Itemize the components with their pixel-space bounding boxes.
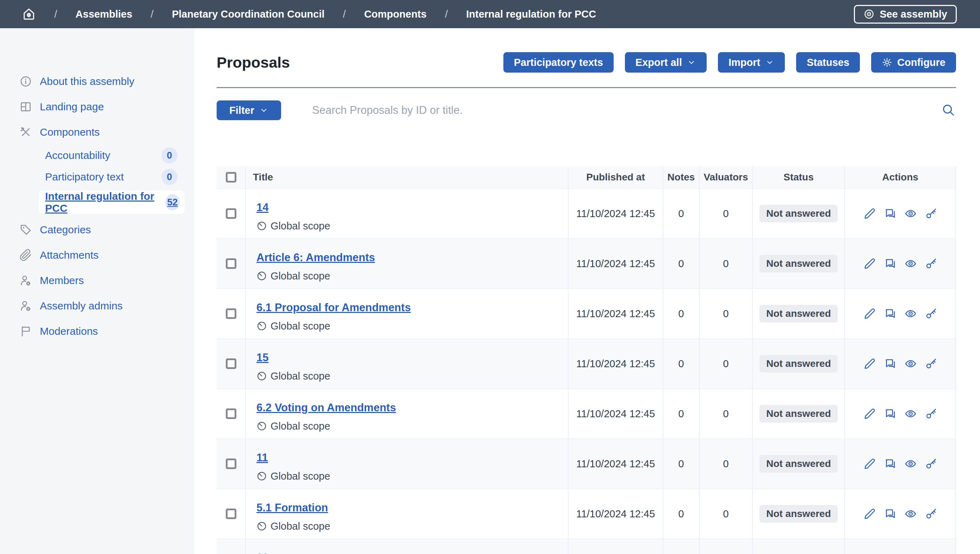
table-row: 5.1 Formation Global scope 11/10/2024 12…: [216, 489, 956, 538]
published-at-cell: 11/10/2024 12:45: [568, 389, 663, 438]
edit-icon[interactable]: [864, 258, 876, 270]
preview-icon[interactable]: [905, 208, 916, 220]
column-header-actions: Actions: [845, 166, 956, 188]
filter-button[interactable]: Filter: [216, 100, 281, 120]
permissions-icon[interactable]: [925, 258, 937, 270]
edit-icon[interactable]: [864, 458, 876, 470]
permissions-icon[interactable]: [925, 358, 937, 370]
proposal-title-link[interactable]: 5.1 Formation: [256, 501, 328, 515]
global-scope-icon: [256, 471, 267, 481]
status-badge: Not answered: [759, 405, 838, 423]
permissions-icon[interactable]: [925, 508, 937, 520]
table-row: 12: [216, 538, 956, 554]
sidebar-item-moderations[interactable]: Moderations: [19, 323, 194, 339]
published-at-cell: 11/10/2024 12:45: [568, 339, 663, 388]
sidebar-item-label: Accountability: [45, 150, 110, 161]
breadcrumb-separator: /: [343, 8, 345, 20]
global-scope-icon: [256, 271, 267, 281]
preview-icon[interactable]: [905, 458, 916, 470]
column-header-notes: Notes: [663, 166, 700, 188]
status-badge: Not answered: [759, 205, 838, 222]
sidebar-item-assembly-admins[interactable]: Assembly admins: [19, 298, 194, 314]
breadcrumb-assemblies[interactable]: Assemblies: [75, 8, 132, 20]
row-checkbox[interactable]: [226, 258, 236, 269]
preview-icon[interactable]: [905, 408, 916, 420]
status-badge: Not answered: [759, 255, 838, 272]
answer-icon[interactable]: [884, 408, 896, 420]
permissions-icon[interactable]: [925, 458, 937, 470]
sidebar-item-categories[interactable]: Categories: [19, 222, 194, 237]
see-assembly-button[interactable]: See assembly: [854, 5, 957, 24]
permissions-icon[interactable]: [925, 408, 937, 420]
scope-label: Global scope: [270, 470, 330, 482]
sidebar-item-label: Landing page: [40, 101, 104, 113]
preview-icon[interactable]: [905, 508, 916, 520]
proposal-title-link[interactable]: Article 6: Amendments: [256, 251, 375, 265]
proposal-title-link[interactable]: 6.1 Proposal for Amendments: [256, 301, 411, 315]
search-input[interactable]: [312, 104, 940, 117]
sidebar-item-landing-page[interactable]: Landing page: [19, 99, 194, 115]
edit-icon[interactable]: [864, 308, 876, 320]
row-checkbox[interactable]: [226, 509, 236, 519]
preview-icon[interactable]: [905, 308, 916, 320]
chevron-down-icon: [687, 58, 696, 67]
global-scope-icon: [256, 421, 267, 431]
table-row: 14 Global scope 11/10/2024 12:45 0 0 Not…: [216, 188, 956, 238]
status-badge: Not answered: [759, 305, 838, 322]
breadcrumb-assembly[interactable]: Planetary Coordination Council: [172, 8, 325, 20]
proposal-title-link[interactable]: 15: [256, 351, 269, 365]
permissions-icon[interactable]: [925, 208, 937, 220]
breadcrumb-components[interactable]: Components: [364, 8, 426, 20]
home-icon[interactable]: [22, 7, 36, 21]
sidebar-item-accountability[interactable]: Accountability 0: [45, 148, 178, 163]
export-all-button[interactable]: Export all: [625, 52, 706, 73]
proposal-title-link[interactable]: 14: [256, 201, 269, 215]
edit-icon[interactable]: [864, 508, 876, 520]
preview-icon[interactable]: [905, 358, 916, 370]
answer-icon[interactable]: [884, 258, 896, 270]
proposal-title-link[interactable]: 12: [256, 551, 269, 554]
configure-button[interactable]: Configure: [871, 52, 956, 73]
row-checkbox[interactable]: [226, 308, 236, 319]
table-row: 11 Global scope 11/10/2024 12:45 0 0 Not…: [216, 438, 956, 489]
statuses-button[interactable]: Statuses: [796, 52, 860, 73]
select-all-checkbox[interactable]: [226, 172, 236, 183]
edit-icon[interactable]: [864, 358, 876, 370]
valuators-cell: 0: [700, 189, 753, 238]
eye-icon: [864, 8, 875, 20]
valuators-cell: 0: [700, 339, 753, 388]
sidebar-item-members[interactable]: Members: [19, 273, 194, 288]
edit-icon[interactable]: [864, 208, 876, 220]
row-checkbox[interactable]: [226, 358, 236, 369]
sidebar-item-attachments[interactable]: Attachments: [19, 247, 194, 263]
sidebar-item-components[interactable]: Components: [19, 124, 194, 140]
answer-icon[interactable]: [884, 458, 896, 470]
sidebar-item-internal-regulation[interactable]: Internal regulation for PCC 52: [39, 191, 185, 214]
answer-icon[interactable]: [884, 308, 896, 320]
proposal-title-link[interactable]: 6.2 Voting on Amendments: [256, 401, 396, 415]
sidebar-item-about-assembly[interactable]: About this assembly: [19, 74, 194, 89]
table-row: Article 6: Amendments Global scope 11/10…: [216, 238, 956, 288]
main-content: Proposals Participatory texts Export all…: [194, 28, 980, 554]
sidebar-item-participatory-text[interactable]: Participatory text 0: [45, 169, 178, 185]
answer-icon[interactable]: [884, 208, 896, 220]
top-navbar: / Assemblies / Planetary Coordination Co…: [0, 0, 980, 28]
row-checkbox[interactable]: [226, 408, 236, 419]
scope-label: Global scope: [270, 220, 330, 232]
global-scope-icon: [256, 321, 267, 331]
proposal-title-link[interactable]: 11: [256, 451, 268, 465]
permissions-icon[interactable]: [925, 308, 937, 320]
answer-icon[interactable]: [884, 508, 896, 520]
search-icon[interactable]: [940, 103, 956, 118]
participatory-texts-button[interactable]: Participatory texts: [503, 52, 614, 73]
import-button[interactable]: Import: [718, 52, 785, 73]
gear-icon: [882, 57, 892, 68]
scope-label: Global scope: [270, 420, 330, 432]
status-badge: Not answered: [759, 355, 838, 373]
answer-icon[interactable]: [884, 358, 896, 370]
row-checkbox[interactable]: [226, 208, 236, 219]
edit-icon[interactable]: [864, 408, 876, 420]
see-assembly-label: See assembly: [880, 8, 947, 20]
row-checkbox[interactable]: [226, 458, 236, 469]
preview-icon[interactable]: [905, 258, 916, 270]
